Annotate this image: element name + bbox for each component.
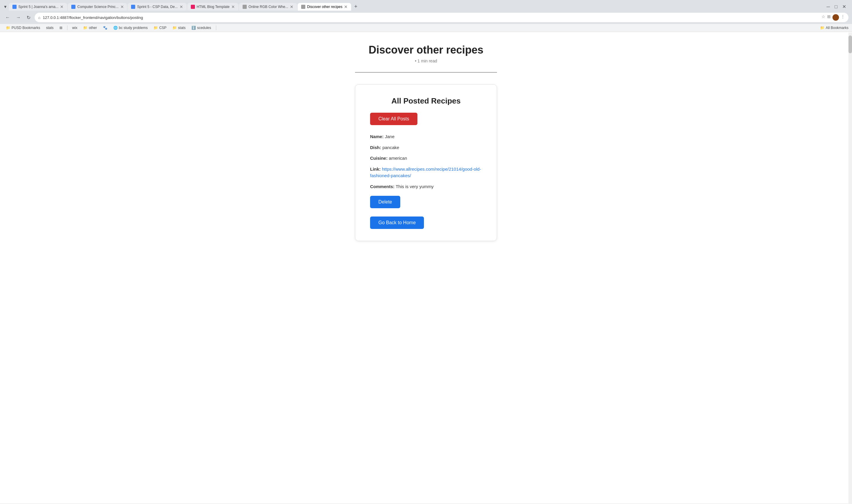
bookmarks-bar: 📁 PUSD Bookmarks stats ⊞ wix 📁 other 🐾 🌐… — [0, 24, 852, 32]
recipe-comments-field: Comments: This is very yummy — [370, 183, 482, 190]
globe-icon: 🌐 — [113, 26, 118, 30]
tab-sprint5-csp[interactable]: Sprint 5 - CSP Data, De... ✕ — [127, 3, 186, 11]
bookmark-stats2[interactable]: 📁 stats — [170, 25, 188, 31]
card-title: All Posted Recipes — [370, 96, 482, 106]
dish-value: pancake — [382, 145, 399, 150]
recipe-link[interactable]: https://www.allrecipes.com/recipe/21014/… — [370, 166, 481, 178]
maximize-button[interactable]: □ — [833, 3, 839, 11]
folder-icon: 📁 — [153, 26, 158, 30]
name-value: Jane — [385, 134, 395, 139]
tab-rgb-color[interactable]: Online RGB Color Whe... ✕ — [239, 3, 297, 11]
link-label: Link: — [370, 166, 381, 172]
recipe-link-field: Link: https://www.allrecipes.com/recipe/… — [370, 166, 482, 179]
tab-bar: ▾ Sprint 5 | Joanna's ama... ✕ Computer … — [0, 0, 852, 11]
reload-button[interactable]: ↻ — [25, 14, 32, 22]
address-bar-icons: ☆ ⊞ ⋮ — [821, 14, 845, 21]
page-subtitle: • 1 min read — [415, 58, 437, 63]
tab-list-button[interactable]: ▾ — [2, 3, 8, 11]
tab-icon — [131, 5, 135, 9]
tab-sprint5-joanna[interactable]: Sprint 5 | Joanna's ama... ✕ — [9, 3, 67, 11]
bookmark-label: stats — [46, 26, 54, 30]
tab-icon — [301, 5, 305, 9]
bookmark-label: bc study problems — [119, 26, 148, 30]
grid-icon: ⊞ — [59, 26, 62, 30]
all-bookmarks-label: All Bookmarks — [826, 26, 849, 30]
recipe-dish-field: Dish: pancake — [370, 144, 482, 151]
tab-close-icon[interactable]: ✕ — [231, 5, 235, 9]
home-icon: ⌂ — [38, 15, 40, 20]
recipe-name-field: Name: Jane — [370, 133, 482, 140]
tab-close-icon[interactable]: ✕ — [290, 5, 293, 9]
separator-right — [216, 25, 216, 30]
tab-label: Online RGB Color Whe... — [249, 5, 288, 9]
tab-html-blog[interactable]: HTML Blog Template ✕ — [187, 3, 238, 11]
scrollbar-thumb[interactable] — [849, 36, 852, 53]
window-controls: ─ □ ✕ — [826, 3, 850, 11]
folder-icon: 📁 — [6, 26, 10, 30]
tab-close-icon[interactable]: ✕ — [344, 5, 348, 9]
close-button[interactable]: ✕ — [841, 3, 847, 11]
tab-icon — [13, 5, 17, 9]
tab-label: Sprint 5 - CSP Data, De... — [137, 5, 178, 9]
bookmark-stats1[interactable]: stats — [44, 25, 56, 31]
tab-close-icon[interactable]: ✕ — [60, 5, 64, 9]
address-text: 127.0.0.1:4887/flocker_frontend/navigati… — [43, 15, 819, 20]
paw-icon: 🐾 — [103, 26, 107, 30]
tab-label: Computer Science Princ... — [77, 5, 118, 9]
tab-icon — [191, 5, 195, 9]
bookmark-other[interactable]: 📁 other — [81, 25, 99, 31]
cuisine-value: american — [389, 156, 407, 161]
recipes-card: All Posted Recipes Clear All Posts Name:… — [355, 84, 497, 241]
tab-cs-princ[interactable]: Computer Science Princ... ✕ — [68, 3, 127, 11]
bookmark-csp[interactable]: 📁 CSP — [151, 25, 169, 31]
clear-all-button[interactable]: Clear All Posts — [370, 113, 417, 125]
address-bar[interactable]: ⌂ 127.0.0.1:4887/flocker_frontend/naviga… — [35, 13, 849, 22]
minimize-button[interactable]: ─ — [826, 3, 831, 11]
page-title: Discover other recipes — [368, 44, 484, 56]
delete-button[interactable]: Delete — [370, 196, 400, 208]
bookmark-bc-study[interactable]: 🌐 bc study problems — [111, 25, 150, 31]
menu-icon[interactable]: ⋮ — [841, 14, 845, 21]
all-bookmarks[interactable]: 📁 All Bookmarks — [820, 26, 849, 30]
tab-discover-recipes[interactable]: Discover other recipes ✕ — [297, 3, 351, 11]
tab-close-icon[interactable]: ✕ — [121, 5, 124, 9]
browser-chrome: ▾ Sprint 5 | Joanna's ama... ✕ Computer … — [0, 0, 852, 32]
go-back-button[interactable]: Go Back to Home — [370, 216, 424, 229]
bookmark-scedules[interactable]: ℹ️ scedules — [189, 25, 213, 31]
recipe-info: Name: Jane Dish: pancake Cuisine: americ… — [370, 133, 482, 190]
bookmark-label: PUSD Bookmarks — [12, 26, 40, 30]
recipe-cuisine-field: Cuisine: american — [370, 155, 482, 162]
scrollbar-track — [849, 33, 852, 503]
bookmark-paw[interactable]: 🐾 — [101, 25, 110, 31]
dish-label: Dish: — [370, 145, 381, 150]
comments-label: Comments: — [370, 184, 395, 189]
extension-icon[interactable]: ⊞ — [827, 14, 831, 21]
info-icon: ℹ️ — [192, 26, 196, 30]
bookmark-wix[interactable]: wix — [70, 25, 79, 31]
nav-bar: ← → ↻ ⌂ 127.0.0.1:4887/flocker_frontend/… — [0, 11, 852, 24]
tab-icon — [242, 5, 247, 9]
bookmark-label: scedules — [197, 26, 211, 30]
back-button[interactable]: ← — [3, 14, 12, 21]
star-icon[interactable]: ☆ — [821, 14, 826, 21]
bookmark-pusd[interactable]: 📁 PUSD Bookmarks — [3, 25, 42, 31]
comments-value: This is very yummy — [396, 184, 433, 189]
bookmark-label: stats — [178, 26, 185, 30]
folder-icon: 📁 — [83, 26, 88, 30]
forward-button[interactable]: → — [14, 14, 22, 21]
separator — [67, 25, 68, 30]
bookmark-grid[interactable]: ⊞ — [57, 25, 65, 31]
folder-icon: 📁 — [820, 26, 824, 30]
folder-icon: 📁 — [173, 26, 177, 30]
tab-label: Sprint 5 | Joanna's ama... — [18, 5, 58, 9]
profile-icon[interactable] — [833, 14, 839, 21]
tab-label: Discover other recipes — [307, 5, 342, 9]
tab-label: HTML Blog Template — [197, 5, 230, 9]
page-content: Discover other recipes • 1 min read All … — [0, 32, 852, 503]
tab-close-icon[interactable]: ✕ — [180, 5, 183, 9]
divider — [355, 72, 497, 72]
new-tab-button[interactable]: + — [352, 2, 360, 11]
name-label: Name: — [370, 134, 384, 139]
bookmark-label: wix — [72, 26, 77, 30]
tab-icon — [71, 5, 75, 9]
